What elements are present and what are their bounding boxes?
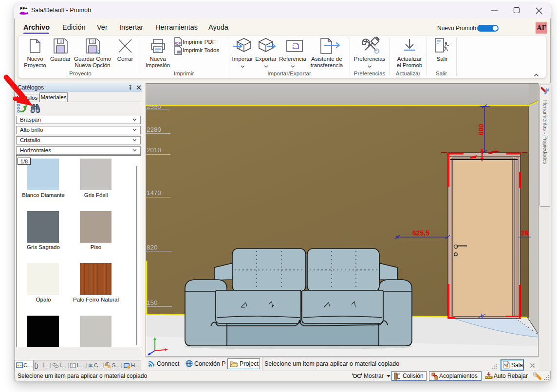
svg-text:C...: C... [94,362,103,368]
svg-text:600: 600 [477,124,485,135]
svg-text:L...: L... [77,362,85,368]
svg-text:+1: +1 [95,50,101,55]
svg-text:820: 820 [147,244,158,251]
svg-text:625,5: 625,5 [412,229,429,237]
svg-text:S...: S... [112,362,120,368]
svg-text:150: 150 [147,299,158,306]
svg-text:C...: C... [23,362,32,368]
svg-text:1470: 1470 [147,189,161,196]
svg-text:PP+: PP+ [20,6,28,11]
svg-text:2010: 2010 [147,146,161,154]
svg-text:2280: 2280 [147,126,161,133]
svg-text:PDF: PDF [174,42,181,45]
svg-text:I...: I... [42,362,49,368]
svg-text:H...: H... [131,362,140,368]
svg-text:26: 26 [521,229,529,237]
svg-text:I...: I... [59,362,66,368]
